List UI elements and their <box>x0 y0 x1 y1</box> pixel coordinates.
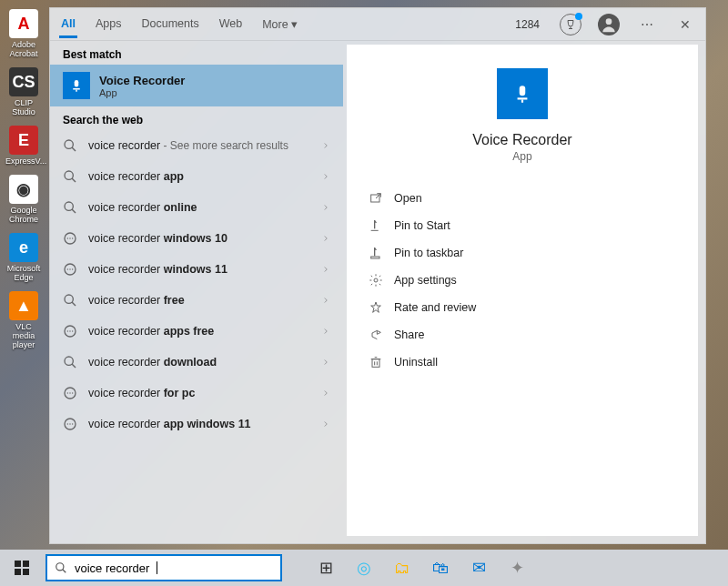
svg-rect-9 <box>15 569 21 575</box>
chevron-right-icon <box>321 172 330 181</box>
svg-point-11 <box>56 563 64 571</box>
app-preview-pane: Voice Recorder App OpenPin to StartPin t… <box>347 45 698 536</box>
action-settings[interactable]: App settings <box>361 267 683 294</box>
action-label: Open <box>394 192 422 205</box>
chat-icon <box>63 262 77 277</box>
action-open[interactable]: Open <box>361 185 683 212</box>
preview-app-name: Voice Recorder <box>361 132 683 148</box>
suggestion-row[interactable]: voice recorder online <box>50 192 343 223</box>
more-options-icon[interactable]: ⋯ <box>636 14 658 35</box>
action-label: App settings <box>394 274 457 287</box>
web-results-header: Search the web <box>50 106 343 130</box>
voice-recorder-icon <box>63 72 90 99</box>
search-icon <box>63 200 77 215</box>
chevron-right-icon <box>321 203 330 212</box>
suggestion-row[interactable]: voice recorder app <box>50 161 343 192</box>
suggestion-text: voice recorder app windows 11 <box>88 418 321 430</box>
svg-rect-2 <box>73 88 80 90</box>
scope-tab-web[interactable]: Web <box>217 10 244 38</box>
start-search-panel: AllAppsDocumentsWebMore ▾ 1284 ⋯ ✕ Best … <box>49 7 706 544</box>
start-button[interactable] <box>4 551 40 584</box>
taskbar-file-explorer[interactable]: 🗂 <box>384 551 420 584</box>
taskbar-task-view[interactable]: ⊞ <box>308 551 344 584</box>
action-uninstall[interactable]: Uninstall <box>361 349 683 376</box>
action-label: Share <box>394 328 424 341</box>
suggestion-text: voice recorder download <box>88 356 321 369</box>
best-match-subtitle: App <box>99 87 185 98</box>
suggestion-text: voice recorder apps free <box>88 325 321 338</box>
chevron-right-icon <box>321 419 330 429</box>
search-icon <box>63 169 77 184</box>
suggestion-row[interactable]: voice recorder download <box>50 347 343 378</box>
best-match-header: Best match <box>50 41 343 65</box>
svg-rect-6 <box>521 100 523 103</box>
chat-icon <box>63 231 77 246</box>
scope-tab-all[interactable]: All <box>59 10 77 38</box>
search-input-text: voice recorder <box>75 561 149 575</box>
rewards-points: 1284 <box>515 18 540 31</box>
search-icon <box>63 355 77 369</box>
svg-rect-7 <box>15 561 21 567</box>
search-icon <box>63 293 77 308</box>
chevron-right-icon <box>321 389 330 398</box>
scope-tab-apps[interactable]: Apps <box>94 10 124 38</box>
action-share[interactable]: Share <box>361 321 683 349</box>
scope-tab-documents[interactable]: Documents <box>139 10 200 38</box>
taskbar-search-box[interactable]: voice recorder <box>46 554 282 581</box>
user-avatar[interactable] <box>598 14 620 35</box>
action-label: Pin to Start <box>394 219 450 232</box>
suggestion-row[interactable]: voice recorder windows 10 <box>50 223 343 254</box>
svg-point-0 <box>606 18 612 25</box>
chevron-right-icon <box>321 265 330 274</box>
desktop-icon-2[interactable]: EExpressV... <box>5 126 42 166</box>
svg-line-12 <box>63 570 66 573</box>
suggestion-text: voice recorder free <box>88 294 321 307</box>
taskbar-copilot[interactable]: ✦ <box>499 551 535 584</box>
best-match-title: Voice Recorder <box>99 74 185 87</box>
action-pin-taskbar[interactable]: Pin to taskbar <box>361 239 683 267</box>
scope-tab-more[interactable]: More ▾ <box>260 10 299 38</box>
desktop-icons-column: AAdobe AcrobatCSCLIP StudioEExpressV...◉… <box>5 0 44 349</box>
svg-rect-5 <box>518 97 528 99</box>
suggestion-row[interactable]: voice recorder apps free <box>50 316 343 347</box>
suggestion-text: voice recorder app <box>88 170 321 183</box>
suggestion-row[interactable]: voice recorder for pc <box>50 378 343 409</box>
action-label: Pin to taskbar <box>394 247 463 259</box>
action-rate[interactable]: Rate and review <box>361 294 683 321</box>
chat-icon <box>63 417 77 431</box>
taskbar-mail[interactable]: ✉ <box>460 551 497 584</box>
results-list: Best match Voice Recorder App Search the… <box>50 41 343 543</box>
chat-icon <box>63 386 77 400</box>
chat-icon <box>63 324 77 338</box>
taskbar-microsoft-store[interactable]: 🛍 <box>422 551 459 584</box>
desktop-icon-5[interactable]: ▲VLC media player <box>5 291 42 349</box>
close-icon[interactable]: ✕ <box>674 14 696 35</box>
uninstall-icon <box>369 355 383 369</box>
desktop-icon-3[interactable]: ◉Google Chrome <box>5 175 42 224</box>
suggestion-text: voice recorder for pc <box>88 387 321 399</box>
action-pin-start[interactable]: Pin to Start <box>361 212 683 239</box>
chevron-right-icon <box>321 358 330 367</box>
suggestion-row[interactable]: voice recorder - See more search results <box>50 130 343 161</box>
taskbar: voice recorder ⊞◎🗂🛍✉✦ <box>0 550 728 586</box>
taskbar-edge[interactable]: ◎ <box>346 551 382 584</box>
rewards-icon[interactable] <box>560 14 581 35</box>
desktop-icon-0[interactable]: AAdobe Acrobat <box>5 9 42 58</box>
settings-icon <box>369 273 383 288</box>
preview-app-type: App <box>361 150 683 163</box>
suggestion-text: voice recorder - See more search results <box>88 139 321 152</box>
suggestion-row[interactable]: voice recorder app windows 11 <box>50 409 343 440</box>
suggestion-row[interactable]: voice recorder free <box>50 285 343 316</box>
svg-rect-1 <box>75 80 79 87</box>
desktop-icon-4[interactable]: eMicrosoft Edge <box>5 233 42 282</box>
suggestion-text: voice recorder windows 10 <box>88 232 321 245</box>
best-match-item[interactable]: Voice Recorder App <box>50 65 343 106</box>
search-icon <box>55 561 67 574</box>
chevron-right-icon <box>321 234 330 243</box>
search-scope-tabs: AllAppsDocumentsWebMore ▾ 1284 ⋯ ✕ <box>50 8 705 41</box>
suggestion-row[interactable]: voice recorder windows 11 <box>50 254 343 285</box>
desktop-icon-1[interactable]: CSCLIP Studio <box>5 67 42 116</box>
open-icon <box>369 191 383 206</box>
pin-start-icon <box>369 218 383 233</box>
share-icon <box>369 328 383 342</box>
